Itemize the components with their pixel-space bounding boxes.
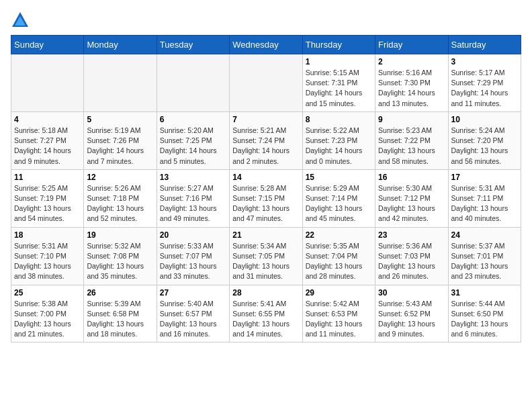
- calendar-cell: 18Sunrise: 5:31 AM Sunset: 7:10 PM Dayli…: [11, 227, 84, 285]
- calendar-day-header: Wednesday: [230, 36, 302, 54]
- calendar-cell: 20Sunrise: 5:33 AM Sunset: 7:07 PM Dayli…: [157, 227, 229, 285]
- day-number: 26: [87, 288, 153, 298]
- day-number: 19: [87, 230, 153, 240]
- day-info: Sunrise: 5:32 AM Sunset: 7:08 PM Dayligh…: [87, 241, 153, 282]
- calendar-cell: 16Sunrise: 5:30 AM Sunset: 7:12 PM Dayli…: [375, 169, 448, 227]
- day-number: 9: [378, 115, 445, 124]
- day-info: Sunrise: 5:16 AM Sunset: 7:30 PM Dayligh…: [378, 68, 445, 109]
- day-number: 15: [306, 173, 372, 182]
- day-number: 30: [378, 288, 445, 298]
- calendar-week-row: 11Sunrise: 5:25 AM Sunset: 7:19 PM Dayli…: [11, 169, 521, 227]
- calendar-cell: 26Sunrise: 5:39 AM Sunset: 6:58 PM Dayli…: [84, 285, 157, 342]
- day-info: Sunrise: 5:27 AM Sunset: 7:16 PM Dayligh…: [160, 183, 226, 224]
- calendar-cell: [230, 54, 302, 112]
- day-info: Sunrise: 5:23 AM Sunset: 7:22 PM Dayligh…: [378, 126, 445, 167]
- calendar-cell: 1Sunrise: 5:15 AM Sunset: 7:31 PM Daylig…: [302, 54, 375, 112]
- day-info: Sunrise: 5:42 AM Sunset: 6:53 PM Dayligh…: [306, 299, 372, 340]
- day-number: 12: [87, 173, 153, 182]
- day-info: Sunrise: 5:31 AM Sunset: 7:11 PM Dayligh…: [451, 183, 518, 224]
- day-info: Sunrise: 5:37 AM Sunset: 7:01 PM Dayligh…: [451, 241, 518, 282]
- calendar-week-row: 18Sunrise: 5:31 AM Sunset: 7:10 PM Dayli…: [11, 227, 521, 285]
- calendar-week-row: 25Sunrise: 5:38 AM Sunset: 7:00 PM Dayli…: [11, 285, 521, 342]
- day-info: Sunrise: 5:28 AM Sunset: 7:15 PM Dayligh…: [232, 183, 299, 224]
- day-info: Sunrise: 5:15 AM Sunset: 7:31 PM Dayligh…: [306, 68, 372, 109]
- day-info: Sunrise: 5:25 AM Sunset: 7:19 PM Dayligh…: [14, 183, 81, 224]
- day-info: Sunrise: 5:35 AM Sunset: 7:04 PM Dayligh…: [306, 241, 372, 282]
- day-info: Sunrise: 5:40 AM Sunset: 6:57 PM Dayligh…: [160, 299, 226, 340]
- day-info: Sunrise: 5:18 AM Sunset: 7:27 PM Dayligh…: [14, 126, 81, 167]
- day-number: 28: [232, 288, 299, 298]
- calendar-cell: 14Sunrise: 5:28 AM Sunset: 7:15 PM Dayli…: [230, 169, 302, 227]
- calendar-cell: 8Sunrise: 5:22 AM Sunset: 7:23 PM Daylig…: [302, 111, 375, 169]
- day-info: Sunrise: 5:22 AM Sunset: 7:23 PM Dayligh…: [306, 126, 372, 167]
- calendar-cell: 15Sunrise: 5:29 AM Sunset: 7:14 PM Dayli…: [302, 169, 375, 227]
- calendar-cell: 22Sunrise: 5:35 AM Sunset: 7:04 PM Dayli…: [302, 227, 375, 285]
- day-info: Sunrise: 5:36 AM Sunset: 7:03 PM Dayligh…: [378, 241, 445, 282]
- day-number: 29: [306, 288, 372, 298]
- calendar-cell: 21Sunrise: 5:34 AM Sunset: 7:05 PM Dayli…: [230, 227, 302, 285]
- calendar-cell: 27Sunrise: 5:40 AM Sunset: 6:57 PM Dayli…: [157, 285, 229, 342]
- calendar-cell: 31Sunrise: 5:44 AM Sunset: 6:50 PM Dayli…: [448, 285, 521, 342]
- day-number: 3: [451, 57, 518, 66]
- day-number: 31: [451, 288, 518, 298]
- day-info: Sunrise: 5:17 AM Sunset: 7:29 PM Dayligh…: [451, 68, 518, 109]
- calendar-cell: 2Sunrise: 5:16 AM Sunset: 7:30 PM Daylig…: [375, 54, 448, 112]
- calendar-cell: 6Sunrise: 5:20 AM Sunset: 7:25 PM Daylig…: [157, 111, 229, 169]
- day-info: Sunrise: 5:19 AM Sunset: 7:26 PM Dayligh…: [87, 126, 153, 167]
- calendar-cell: 29Sunrise: 5:42 AM Sunset: 6:53 PM Dayli…: [302, 285, 375, 342]
- day-number: 17: [451, 173, 518, 182]
- day-number: 13: [160, 173, 226, 182]
- day-number: 4: [14, 115, 81, 124]
- day-number: 14: [232, 173, 299, 182]
- calendar-cell: 3Sunrise: 5:17 AM Sunset: 7:29 PM Daylig…: [448, 54, 521, 112]
- calendar-day-header: Friday: [375, 36, 448, 54]
- calendar-day-header: Monday: [84, 36, 157, 54]
- day-number: 23: [378, 230, 445, 240]
- calendar-cell: 25Sunrise: 5:38 AM Sunset: 7:00 PM Dayli…: [11, 285, 84, 342]
- calendar-day-header: Thursday: [302, 36, 375, 54]
- calendar-cell: 10Sunrise: 5:24 AM Sunset: 7:20 PM Dayli…: [448, 111, 521, 169]
- day-number: 6: [160, 115, 226, 124]
- day-number: 24: [451, 230, 518, 240]
- calendar-cell: [84, 54, 157, 112]
- calendar-cell: 19Sunrise: 5:32 AM Sunset: 7:08 PM Dayli…: [84, 227, 157, 285]
- day-number: 2: [378, 57, 445, 66]
- calendar-cell: 13Sunrise: 5:27 AM Sunset: 7:16 PM Dayli…: [157, 169, 229, 227]
- calendar-week-row: 4Sunrise: 5:18 AM Sunset: 7:27 PM Daylig…: [11, 111, 521, 169]
- day-number: 1: [306, 57, 372, 66]
- day-number: 7: [232, 115, 299, 124]
- day-number: 8: [306, 115, 372, 124]
- calendar-table: SundayMondayTuesdayWednesdayThursdayFrid…: [11, 35, 521, 342]
- day-number: 5: [87, 115, 153, 124]
- calendar-cell: 4Sunrise: 5:18 AM Sunset: 7:27 PM Daylig…: [11, 111, 84, 169]
- calendar-day-header: Saturday: [448, 36, 521, 54]
- day-info: Sunrise: 5:33 AM Sunset: 7:07 PM Dayligh…: [160, 241, 226, 282]
- day-info: Sunrise: 5:21 AM Sunset: 7:24 PM Dayligh…: [232, 126, 299, 167]
- calendar-cell: 11Sunrise: 5:25 AM Sunset: 7:19 PM Dayli…: [11, 169, 84, 227]
- day-number: 16: [378, 173, 445, 182]
- day-info: Sunrise: 5:34 AM Sunset: 7:05 PM Dayligh…: [232, 241, 299, 282]
- day-number: 21: [232, 230, 299, 240]
- day-info: Sunrise: 5:30 AM Sunset: 7:12 PM Dayligh…: [378, 183, 445, 224]
- logo-icon: [11, 11, 30, 30]
- day-info: Sunrise: 5:26 AM Sunset: 7:18 PM Dayligh…: [87, 183, 153, 224]
- page-header: [11, 11, 521, 30]
- day-number: 11: [14, 173, 81, 182]
- calendar-cell: 7Sunrise: 5:21 AM Sunset: 7:24 PM Daylig…: [230, 111, 302, 169]
- day-info: Sunrise: 5:31 AM Sunset: 7:10 PM Dayligh…: [14, 241, 81, 282]
- logo: [11, 11, 32, 30]
- day-number: 18: [14, 230, 81, 240]
- calendar-cell: 28Sunrise: 5:41 AM Sunset: 6:55 PM Dayli…: [230, 285, 302, 342]
- calendar-header-row: SundayMondayTuesdayWednesdayThursdayFrid…: [11, 36, 521, 54]
- day-info: Sunrise: 5:39 AM Sunset: 6:58 PM Dayligh…: [87, 299, 153, 340]
- calendar-day-header: Sunday: [11, 36, 84, 54]
- calendar-cell: 5Sunrise: 5:19 AM Sunset: 7:26 PM Daylig…: [84, 111, 157, 169]
- day-number: 22: [306, 230, 372, 240]
- day-number: 27: [160, 288, 226, 298]
- calendar-cell: [157, 54, 229, 112]
- calendar-cell: 12Sunrise: 5:26 AM Sunset: 7:18 PM Dayli…: [84, 169, 157, 227]
- day-number: 10: [451, 115, 518, 124]
- day-info: Sunrise: 5:20 AM Sunset: 7:25 PM Dayligh…: [160, 126, 226, 167]
- day-info: Sunrise: 5:29 AM Sunset: 7:14 PM Dayligh…: [306, 183, 372, 224]
- calendar-cell: 9Sunrise: 5:23 AM Sunset: 7:22 PM Daylig…: [375, 111, 448, 169]
